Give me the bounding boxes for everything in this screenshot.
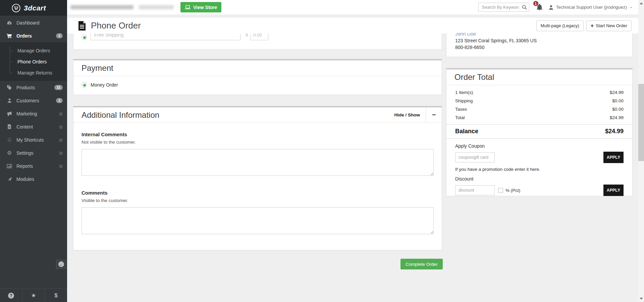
discount-label: Discount <box>455 176 624 182</box>
hide-show-toggle[interactable]: Hide / Show <box>394 112 426 117</box>
scroll-down-arrow-icon[interactable] <box>640 298 643 300</box>
apply-coupon-label: Apply Coupon <box>455 143 624 149</box>
submenu-item-phone-orders[interactable]: Phone Orders <box>0 56 67 67</box>
balance-row: Balance $24.99 <box>446 124 632 139</box>
additional-information-card: Additional Information Hide / Show − Int… <box>73 106 442 250</box>
internal-comments-textarea[interactable] <box>82 149 434 176</box>
vertical-scrollbar[interactable] <box>638 0 644 302</box>
view-store-button[interactable]: View Store <box>180 2 221 12</box>
comments-textarea[interactable] <box>82 207 434 234</box>
sidebar-item-marketing[interactable]: Marketing ⊞ <box>0 107 67 120</box>
orders-submenu: Manage Orders Phone Orders Manage Return… <box>0 42 67 81</box>
additional-information-header: Additional Information Hide / Show − <box>73 107 442 123</box>
shipping-method-row: $ <box>73 34 442 40</box>
apply-discount-button[interactable]: APPLY <box>603 185 624 196</box>
expand-plus-icon[interactable]: ⊞ <box>59 150 63 155</box>
shipping-method-input[interactable] <box>91 34 240 40</box>
shipping-method-card: $ <box>73 34 442 50</box>
cart-logo-icon <box>11 3 21 13</box>
submenu-item-manage-returns[interactable]: Manage Returns <box>0 67 67 78</box>
start-new-order-button[interactable]: + Start New Order <box>586 20 632 31</box>
customer-address: 123 Street Coral Springs, FL 33065 US <box>455 38 624 43</box>
person-icon <box>548 5 554 10</box>
apply-coupon-button[interactable]: APPLY <box>603 152 624 163</box>
order-total-row-total: Total $24.99 <box>455 113 624 122</box>
sidebar-item-my-shortcuts[interactable]: ☆ My Shortcuts ⊞ <box>0 133 67 146</box>
customer-name-link[interactable]: John Doe <box>455 33 624 37</box>
page-header-buttons: Multi-page (Legacy) + Start New Order <box>536 20 632 31</box>
discount-input[interactable] <box>455 185 495 195</box>
discount-row: % (Pct) APPLY <box>455 185 624 196</box>
search <box>478 3 529 12</box>
money-order-label: Money Order <box>91 82 118 88</box>
percent-checkbox[interactable] <box>498 188 503 193</box>
scroll-up-arrow-icon[interactable] <box>640 2 643 4</box>
free-shipping-radio[interactable] <box>82 35 87 40</box>
sidebar-item-label: Reports <box>16 163 33 169</box>
sidebar-item-content[interactable]: Content ⊞ <box>0 120 67 133</box>
sidebar-item-label: Dashboard <box>16 20 40 26</box>
search-icon[interactable] <box>522 5 527 11</box>
additional-information-body: Internal Comments Not visible to the cus… <box>73 123 442 243</box>
start-new-order-label: Start New Order <box>596 23 627 28</box>
cart-icon <box>6 33 13 39</box>
sidebar-item-modules[interactable]: Modules <box>0 172 67 186</box>
sidebar-item-label: Customers <box>16 98 39 103</box>
page-header: Phone Order Multi-page (Legacy) + Start … <box>67 18 638 34</box>
customers-count-badge: 1 <box>56 98 63 103</box>
help-button[interactable]: ? <box>0 289 22 302</box>
collapse-section-button[interactable]: − <box>426 107 442 122</box>
page-title: Phone Order <box>91 20 141 31</box>
plus-icon: + <box>591 23 594 29</box>
comments-label: Comments <box>82 190 434 196</box>
percent-label: % (Pct) <box>505 188 520 193</box>
shipping-amount-input[interactable] <box>250 34 268 40</box>
payment-header: Payment <box>73 60 442 76</box>
expand-plus-icon[interactable]: ⊞ <box>59 163 63 168</box>
customer-card: John Doe 123 Street Coral Springs, FL 33… <box>446 33 633 57</box>
billing-button[interactable]: $ <box>45 289 67 302</box>
file-icon <box>6 124 13 129</box>
multi-page-legacy-button[interactable]: Multi-page (Legacy) <box>536 20 584 31</box>
balance-value: $24.99 <box>605 128 624 135</box>
laptop-icon <box>185 5 191 10</box>
row-label: Shipping <box>455 97 473 105</box>
collapse-arrow-icon: ← <box>58 261 64 267</box>
favorites-button[interactable]: ★ <box>22 289 45 302</box>
gear-icon: ⚙ <box>6 150 13 156</box>
sidebar-item-settings[interactable]: ⚙ Settings ⊞ <box>0 146 67 159</box>
sidebar-collapse-button[interactable]: ← <box>56 260 66 269</box>
dashboard-icon <box>6 20 13 26</box>
megaphone-icon <box>6 111 13 116</box>
sidebar-footer: ? ★ $ <box>0 289 67 302</box>
expand-plus-icon[interactable]: ⊞ <box>59 137 63 142</box>
comments-group: Comments Visible to the customer. <box>82 190 434 234</box>
scrollbar-thumb[interactable] <box>638 84 644 161</box>
internal-comments-group: Internal Comments Not visible to the cus… <box>82 132 434 176</box>
expand-plus-icon[interactable]: ⊞ <box>59 111 63 116</box>
additional-information-title: Additional Information <box>73 107 167 123</box>
promotion-code-hint: If you have a promotion code enter it he… <box>455 167 624 172</box>
sidebar-item-customers[interactable]: Customers 1 <box>0 94 67 107</box>
sidebar-item-products[interactable]: Products 11 <box>0 81 67 94</box>
expand-plus-icon[interactable]: ⊞ <box>59 124 63 129</box>
row-value: $0.00 <box>612 97 624 105</box>
money-order-radio[interactable] <box>82 82 87 88</box>
coupon-input[interactable] <box>455 152 495 162</box>
complete-order-button[interactable]: Complete Order <box>400 259 443 269</box>
row-value: $24.99 <box>610 113 624 122</box>
user-icon <box>6 98 13 103</box>
submenu-label: Manage Orders <box>17 48 50 53</box>
user-menu[interactable]: Technical Support User (jrodriguez) ⌄ <box>548 5 633 10</box>
notifications-button[interactable]: 1 <box>536 4 543 10</box>
coupon-discount-block: Apply Coupon APPLY If you have a promoti… <box>446 139 632 201</box>
row-value: $0.00 <box>612 105 624 113</box>
sidebar-item-reports[interactable]: Reports ⊞ <box>0 159 67 172</box>
topbar-right: 1 Technical Support User (jrodriguez) ⌄ <box>478 3 639 12</box>
sidebar-item-orders[interactable]: Orders 1 <box>0 29 67 42</box>
payment-title: Payment <box>73 60 121 76</box>
sidebar-item-dashboard[interactable]: Dashboard <box>0 16 67 29</box>
currency-label: $ <box>246 34 248 37</box>
brand-logo[interactable]: 3dcart <box>0 0 67 16</box>
submenu-item-manage-orders[interactable]: Manage Orders <box>0 45 67 56</box>
